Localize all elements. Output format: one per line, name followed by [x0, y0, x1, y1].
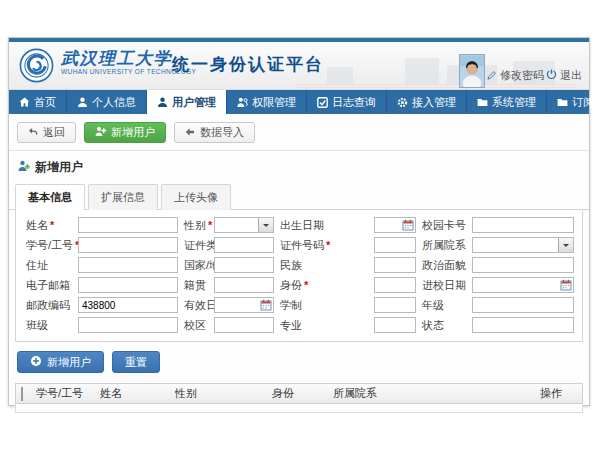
nav-item-system-mgmt[interactable]: 系统管理 — [467, 90, 547, 114]
field-ethnicity — [374, 257, 416, 273]
back-button[interactable]: 返回 — [17, 122, 76, 143]
nav-item-label: 日志查询 — [332, 95, 376, 110]
field-major — [374, 317, 416, 333]
folder-icon — [557, 97, 568, 108]
nav-item-subscription-mgmt[interactable]: 订阅管理 — [547, 90, 600, 114]
field-label-valid-date: 有效日期 — [178, 298, 214, 313]
field-valid-date — [214, 297, 274, 313]
nav-item-log-query[interactable]: 日志查询 — [307, 90, 387, 114]
folder-icon — [477, 97, 488, 108]
field-input-id-type[interactable] — [214, 237, 274, 253]
nav-item-permission-mgmt[interactable]: 权限管理 — [227, 90, 307, 114]
data-import-button[interactable]: 数据导入 — [174, 122, 255, 143]
field-label-department: 所属院系 — [416, 238, 472, 253]
nav-item-label: 订阅管理 — [572, 95, 600, 110]
field-label-campus-card-no: 校园卡号 — [416, 218, 472, 233]
user-table-empty-body — [15, 404, 583, 413]
field-input-campus[interactable] — [214, 317, 274, 333]
field-status — [472, 317, 574, 333]
field-label-grade: 年级 — [416, 298, 472, 313]
user-avatar[interactable] — [459, 54, 485, 88]
calendar-icon[interactable] — [260, 299, 272, 311]
required-asterisk: * — [208, 219, 212, 231]
field-input-id-number[interactable] — [374, 237, 416, 253]
nav-item-profile[interactable]: 个人信息 — [67, 90, 147, 114]
field-input-postal-code[interactable] — [78, 297, 178, 313]
field-input-major[interactable] — [374, 317, 416, 333]
field-label-campus: 校区 — [178, 318, 214, 333]
add-user-toolbar-button[interactable]: 新增用户 — [84, 122, 166, 143]
left-arrow-icon — [185, 127, 195, 139]
field-grade — [472, 297, 574, 313]
return-arrow-icon — [28, 127, 38, 139]
power-icon — [546, 69, 557, 82]
field-label-postal-code: 邮政编码 — [20, 298, 78, 313]
person-plus-icon — [18, 160, 30, 175]
user-table-header: 学号/工号姓名性别身份所属院系操作 — [15, 383, 583, 404]
field-input-email[interactable] — [78, 277, 178, 293]
table-header-2: 性别 — [175, 386, 272, 401]
table-header-5: 操作 — [540, 386, 582, 401]
nav-item-user-mgmt[interactable]: 用户管理 — [147, 90, 227, 114]
nav-item-label: 系统管理 — [492, 95, 536, 110]
select-all-checkbox[interactable] — [21, 387, 23, 401]
field-input-status[interactable] — [472, 317, 574, 333]
field-label-id-type: 证件类型* — [178, 238, 214, 253]
add-user-toolbar-label: 新增用户 — [111, 125, 155, 140]
reset-button-label: 重置 — [125, 355, 147, 370]
field-label-major: 专业 — [274, 318, 374, 333]
required-asterisk: * — [304, 279, 308, 291]
required-asterisk: * — [326, 239, 330, 251]
field-input-enrollment-date[interactable] — [472, 277, 574, 293]
key-person-icon — [237, 97, 248, 108]
main-nav: 首页个人信息用户管理权限管理日志查询接入管理系统管理订阅管理 — [9, 90, 589, 114]
field-input-country-region[interactable] — [214, 257, 274, 273]
field-gender — [214, 217, 274, 233]
field-input-name[interactable] — [78, 217, 178, 233]
tab-extended-info[interactable]: 扩展信息 — [88, 184, 158, 210]
field-input-address[interactable] — [78, 257, 178, 273]
calendar-icon[interactable] — [402, 219, 414, 231]
field-identity — [374, 277, 416, 293]
field-input-class[interactable] — [78, 317, 178, 333]
field-label-identity: 身份* — [274, 278, 374, 293]
gear-icon — [397, 97, 408, 108]
field-label-email: 电子邮箱 — [20, 278, 78, 293]
data-import-label: 数据导入 — [200, 125, 244, 140]
field-input-ethnicity[interactable] — [374, 257, 416, 273]
field-input-student-staff-id[interactable] — [78, 237, 178, 253]
field-label-native-place: 籍贯 — [178, 278, 214, 293]
field-label-id-number: 证件号码* — [274, 238, 374, 253]
field-input-native-place[interactable] — [214, 277, 274, 293]
field-input-education-length[interactable] — [374, 297, 416, 313]
nav-item-label: 接入管理 — [412, 95, 456, 110]
reset-button[interactable]: 重置 — [112, 351, 160, 373]
dropdown-arrow-button[interactable] — [558, 238, 573, 252]
field-label-gender: 性别* — [178, 218, 214, 233]
nav-item-home[interactable]: 首页 — [9, 90, 67, 114]
field-input-identity[interactable] — [374, 277, 416, 293]
submit-add-user-button[interactable]: 新增用户 — [17, 351, 104, 373]
platform-title: 统一身份认证平台 — [172, 53, 324, 76]
table-header-3: 身份 — [272, 386, 333, 401]
calendar-icon[interactable] — [560, 279, 572, 291]
field-input-political-status[interactable] — [472, 257, 574, 273]
nav-item-access-mgmt[interactable]: 接入管理 — [387, 90, 467, 114]
field-student-staff-id — [78, 237, 178, 253]
field-postal-code — [78, 297, 178, 313]
tab-basic-info[interactable]: 基本信息 — [15, 184, 85, 210]
field-label-status: 状态 — [416, 318, 472, 333]
field-label-birth-date: 出生日期 — [274, 218, 374, 233]
field-input-campus-card-no[interactable] — [472, 217, 574, 233]
dropdown-arrow-button[interactable] — [258, 218, 273, 232]
field-political-status — [472, 257, 574, 273]
nav-item-label: 个人信息 — [92, 95, 136, 110]
logout-link[interactable]: 退出 — [546, 68, 582, 83]
field-department — [472, 237, 574, 253]
field-label-political-status: 政治面貌 — [416, 258, 472, 273]
university-logo-icon — [19, 48, 54, 83]
tab-upload-avatar[interactable]: 上传头像 — [161, 184, 231, 210]
field-label-enrollment-date: 进校日期 — [416, 278, 472, 293]
field-input-grade[interactable] — [472, 297, 574, 313]
change-password-link[interactable]: 修改密码 — [487, 68, 544, 83]
